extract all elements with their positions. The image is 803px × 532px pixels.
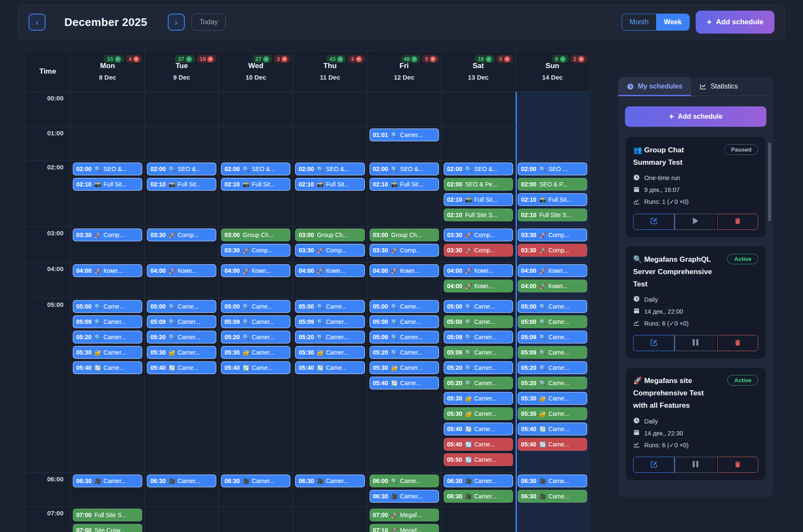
event-chip[interactable]: 05:40🔄Came... [444,438,513,451]
event-chip[interactable]: 04:00🚀Комп... [370,264,439,277]
event-chip[interactable]: 05:00🔍Came... [444,315,513,328]
event-chip[interactable]: 02:00🔍SEO &... [444,163,513,175]
event-chip[interactable]: 06:30🎥Camer... [73,475,142,487]
day-cell[interactable]: 03:00Group Ch...03:30🚀Comp... [293,227,367,262]
day-cell[interactable]: 03:00Group Ch...03:30🚀Comp... [367,227,441,262]
day-cell[interactable]: 03:30🚀Comp...03:30🚀Comp... [515,227,589,262]
pause-button[interactable] [674,335,717,351]
event-chip[interactable]: 03:30🚀Comp... [147,229,216,241]
event-chip[interactable]: 07:00Full Site S... [73,509,142,521]
next-week-button[interactable]: › [168,14,185,31]
prev-week-button[interactable]: ‹ [29,14,46,31]
day-cell[interactable] [441,127,515,160]
event-chip[interactable]: 05:20🔍Camer... [370,346,439,359]
day-cell[interactable]: 05:00🔍Came...05:09🔍Camer...05:20🔍Camer..… [218,298,293,472]
event-chip[interactable]: 05:40🔄Came... [518,423,587,435]
day-cell[interactable]: 02:00🔍SEO ...02:00SEO & P...02:10📸Full S… [515,161,589,226]
day-cell[interactable] [218,92,293,126]
view-toggle-week[interactable]: Week [656,14,689,30]
day-cell[interactable]: 02:00🔍SEO &...02:10📸Full Sit... [144,161,218,226]
event-chip[interactable]: 05:20🔍Camer... [295,331,364,343]
day-cell[interactable]: 05:00🔍Came...05:00🔍Came...05:09🔍Camer...… [367,298,441,472]
event-chip[interactable]: 05:40🔄Came... [444,423,513,435]
event-chip[interactable]: 02:00🔍SEO &... [295,163,364,175]
event-chip[interactable]: 06:30🎥Came... [518,475,587,487]
event-chip[interactable]: 02:00🔍SEO &... [370,163,439,175]
event-chip[interactable]: 02:10Full Site S... [518,209,587,221]
event-chip[interactable]: 05:30🔐Came... [518,392,587,405]
event-chip[interactable]: 02:10📸Full Sit... [518,193,587,206]
day-cell[interactable]: 02:00🔍SEO &...02:10📸Full Sit... [367,161,441,226]
edit-button[interactable] [633,457,674,473]
event-chip[interactable]: 03:30🚀Comp... [370,244,439,257]
day-cell[interactable]: 04:00🚀Комп...04:00🚀Комп... [515,263,589,298]
event-chip[interactable]: 03:00Group Ch... [221,229,290,241]
event-chip[interactable]: 05:00🔍Came... [221,300,290,313]
day-cell[interactable] [515,92,589,126]
day-cell[interactable] [293,92,367,126]
event-chip[interactable]: 05:40🔄Came... [518,438,587,451]
event-chip[interactable]: 04:00🚀Комп... [221,264,290,277]
event-chip[interactable]: 06:30🎥Camer... [147,475,216,487]
event-chip[interactable]: 05:00🔍Came... [295,300,364,313]
event-chip[interactable]: 05:20🔍Came... [518,361,587,374]
event-chip[interactable]: 03:30🚀Comp... [295,244,364,257]
day-cell[interactable]: 06:30🎥Camer...06:30🎥Camer... [441,473,515,506]
event-chip[interactable]: 05:09🔍Came... [518,346,587,359]
day-header-fri[interactable]: 48✓5✕Fri12 Dec [367,51,441,92]
event-chip[interactable]: 06:30🎥Camer... [444,475,513,487]
event-chip[interactable]: 05:40🔄Came... [370,377,439,389]
day-header-sun[interactable]: 8✓2✕Sun14 Dec [515,51,589,92]
event-chip[interactable]: 05:40🔄Came... [221,361,290,374]
day-cell[interactable]: 05:00🔍Came...05:00🔍Came...05:09🔍Camer...… [441,298,515,472]
day-cell[interactable]: 06:30🎥Camer... [70,473,144,506]
event-chip[interactable]: 02:10📸Full Sit... [370,178,439,191]
day-cell[interactable] [441,92,515,126]
event-chip[interactable]: 06:30🎥Camer... [295,475,364,487]
tab-statistics[interactable]: Statistics [691,77,746,96]
day-cell[interactable]: 05:00🔍Came...05:09🔍Camer...05:20🔍Camer..… [70,298,144,472]
event-chip[interactable]: 05:20🔍Camer... [147,331,216,343]
day-cell[interactable] [218,127,293,160]
today-button[interactable]: Today [192,14,226,31]
day-cell[interactable] [70,92,144,126]
event-chip[interactable]: 02:10📸Full Sit... [73,178,142,191]
event-chip[interactable]: 06:00🔍Came... [370,475,439,487]
day-header-mon[interactable]: 15✓4✕Mon8 Dec [70,51,144,92]
event-chip[interactable]: 07:00🚀Megaf... [370,509,439,521]
event-chip[interactable]: 05:00🔍Came... [518,300,587,313]
day-cell[interactable]: 04:00🚀Комп... [144,263,218,298]
day-cell[interactable] [441,507,515,532]
event-chip[interactable]: 05:30🔐Camer... [73,346,142,359]
event-chip[interactable]: 05:30🔐Camer... [147,346,216,359]
event-chip[interactable]: 05:40🔄Came... [147,361,216,374]
event-chip[interactable]: 05:30🔐Came... [518,407,587,420]
event-chip[interactable]: 02:10📸Full Sit... [295,178,364,191]
event-chip[interactable]: 07:00Site Craw... [73,524,142,532]
event-chip[interactable]: 05:09🔍Came... [518,331,587,343]
delete-button[interactable] [717,457,758,473]
pause-button[interactable] [674,457,717,473]
event-chip[interactable]: 04:00🚀Комп... [295,264,364,277]
day-cell[interactable]: 01:01🔍Camer... [367,127,441,160]
play-button[interactable] [674,214,717,230]
day-cell[interactable]: 04:00🚀Комп... [367,263,441,298]
event-chip[interactable]: 05:20🔍Camer... [73,331,142,343]
sidebar-add-schedule-button[interactable]: + Add schedule [625,106,766,127]
event-chip[interactable]: 05:20🔍Camer... [444,361,513,374]
day-cell[interactable]: 03:30🚀Comp... [144,227,218,262]
event-chip[interactable]: 04:00🚀Комп... [518,264,587,277]
event-chip[interactable]: 05:00🔍Came... [73,300,142,313]
event-chip[interactable]: 05:40🔄Came... [295,361,364,374]
day-header-wed[interactable]: 27✓3✕Wed10 Dec [218,51,293,92]
day-cell[interactable]: 04:00🚀Комп...04:00🚀Комп... [441,263,515,298]
event-chip[interactable]: 02:00🔍SEO &... [221,163,290,175]
event-chip[interactable]: 05:30🔐Camer... [221,346,290,359]
event-chip[interactable]: 05:30🔐Camer... [370,361,439,374]
event-chip[interactable]: 06:30🎥Camer... [370,490,439,503]
add-schedule-button[interactable]: + Add schedule [696,11,774,34]
edit-button[interactable] [633,214,674,230]
day-cell[interactable]: 02:00🔍SEO &...02:10📸Full Sit... [70,161,144,226]
day-header-tue[interactable]: 27✓18✕Tue9 Dec [144,51,218,92]
event-chip[interactable]: 03:00Group Ch... [295,229,364,241]
